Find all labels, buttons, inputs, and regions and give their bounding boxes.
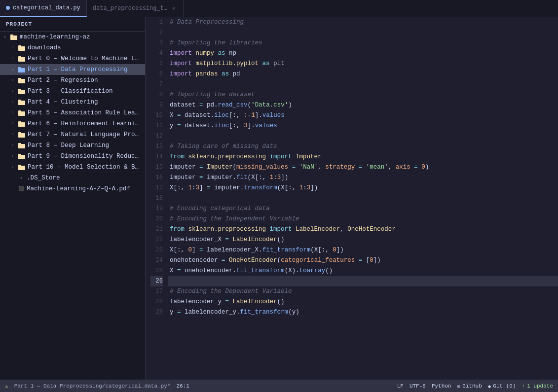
svg-rect-9 — [18, 78, 21, 79]
sidebar-item-downloads[interactable]: › downloads — [0, 42, 145, 53]
line-number: 10 — [150, 110, 163, 121]
sidebar-item-part8[interactable]: › Part 8 – Deep Learning — [0, 140, 145, 151]
folder-icon-p10 — [18, 164, 26, 170]
svg-rect-15 — [18, 110, 21, 112]
code-editor[interactable]: 1234567891011121314151617181920212223242… — [146, 17, 558, 380]
status-lf[interactable]: LF — [397, 383, 404, 389]
code-line: imputer = Imputer(missing_values = 'NaN'… — [168, 162, 558, 173]
folder-icon-p6 — [18, 121, 26, 127]
sidebar-item-part7[interactable]: › Part 7 – Natural Language Processing — [0, 129, 145, 140]
sidebar-label-part10: Part 10 – Model Selection & Boosting — [28, 164, 141, 171]
status-position: 26:1 — [176, 383, 189, 389]
sidebar-item-root[interactable]: ▾ machine-learning-az — [0, 32, 145, 42]
code-line — [168, 193, 558, 204]
svg-rect-18 — [18, 133, 25, 138]
line-number: 11 — [150, 121, 163, 131]
line-number: 23 — [150, 245, 163, 255]
sidebar-item-pdf[interactable]: ⬛ Machine-Learning-A-Z–Q-A.pdf — [0, 183, 145, 194]
sidebar-item-part10[interactable]: › Part 10 – Model Selection & Boosting — [0, 162, 145, 173]
sidebar-item-part9[interactable]: › Part 9 – Dimensionality Reduction — [0, 151, 145, 162]
code-line: from sklearn.preprocessing import Impute… — [168, 152, 558, 162]
sidebar-item-part6[interactable]: › Part 6 – Reinforcement Learning — [0, 118, 145, 129]
code-line: labelencoder_y = LabelEncoder() — [168, 297, 558, 307]
chevron-down-icon: ▾ — [2, 34, 8, 40]
folder-icon-p9 — [18, 153, 26, 159]
sidebar: Project ▾ machine-learning-az › download… — [0, 17, 146, 380]
sidebar-item-part5[interactable]: › Part 5 – Association Rule Learning — [0, 107, 145, 118]
folder-icon-p8 — [18, 143, 26, 148]
line-number: 1 — [150, 17, 163, 28]
svg-rect-11 — [18, 89, 21, 90]
line-number: 16 — [150, 173, 163, 183]
chevron-right-icon-p0: › — [10, 56, 16, 62]
chevron-right-icon-p8: › — [10, 143, 16, 148]
sidebar-item-part2[interactable]: › Part 2 – Regression — [0, 75, 145, 86]
file-plain-icon: ▪ — [18, 175, 25, 181]
code-line: X[:, 0] = labelencoder_X.fit_transform(X… — [168, 245, 558, 255]
file-pdf-icon: ⬛ — [18, 185, 25, 192]
sidebar-label-part3: Part 3 – Classification — [28, 88, 113, 95]
line-number: 17 — [150, 183, 163, 193]
code-line: y = dataset.iloc[:, 3].values — [168, 121, 558, 131]
chevron-right-icon-p7: › — [10, 132, 16, 138]
code-line: y = labelencoder_y.fit_transform(y) — [168, 307, 558, 318]
folder-icon-p3 — [18, 88, 26, 94]
status-utf8[interactable]: UTF-8 — [409, 383, 426, 389]
sidebar-label-pdf: Machine-Learning-A-Z–Q-A.pdf — [27, 185, 130, 192]
status-github[interactable]: ⊙ GitHub — [457, 383, 482, 390]
svg-rect-7 — [18, 67, 21, 69]
chevron-right-icon-p2: › — [10, 77, 16, 83]
tab-bar: categorical_data.py data_preprocessing_t… — [0, 0, 558, 17]
code-line: import pandas as pd — [168, 69, 558, 79]
code-line: # Encoding the Dependent Variable — [168, 286, 558, 297]
sidebar-item-part3[interactable]: › Part 3 – Classification — [0, 86, 145, 97]
sidebar-header: Project — [0, 17, 145, 32]
tab-label-2: data_preprocessing_t… — [93, 5, 167, 12]
code-line: # Importing the libraries — [168, 38, 558, 48]
tab-close-2[interactable]: ✕ — [170, 5, 177, 12]
sidebar-label-part7: Part 7 – Natural Language Processing — [28, 131, 141, 138]
line-number: 8 — [150, 90, 163, 100]
line-number: 14 — [150, 152, 163, 162]
status-language[interactable]: Python — [432, 383, 451, 389]
tab-label-1: categorical_data.py — [13, 4, 80, 11]
tab-preprocessing[interactable]: data_preprocessing_t… ✕ — [87, 0, 184, 17]
status-update[interactable]: ↑ 1 update — [522, 383, 553, 389]
line-number: 22 — [150, 235, 163, 245]
svg-rect-13 — [18, 100, 21, 101]
code-line: imputer = imputer.fit(X[:, 1:3]) — [168, 173, 558, 183]
code-line: # Taking care of missing data — [168, 142, 558, 152]
line-number: 19 — [150, 204, 163, 214]
sidebar-item-part4[interactable]: › Part 4 – Clustering — [0, 97, 145, 107]
sidebar-item-part0[interactable]: › Part 0 – Welcome to Machine Learning A… — [0, 53, 145, 64]
tab-categorical[interactable]: categorical_data.py — [0, 0, 87, 17]
status-left: ⚠ Part 1 – Data Preprocessing/categorica… — [5, 383, 389, 390]
code-line: onehotencoder = OneHotEncoder(categorica… — [168, 255, 558, 266]
svg-rect-22 — [18, 155, 25, 159]
code-line: # Data Preprocessing — [168, 17, 558, 28]
code-area[interactable]: # Data Preprocessing # Importing the lib… — [168, 17, 558, 380]
sidebar-label-root: machine-learning-az — [20, 34, 90, 40]
status-bar: ⚠ Part 1 – Data Preprocessing/categorica… — [0, 380, 558, 392]
status-git[interactable]: ◆ Git (0) — [488, 383, 516, 390]
line-number: 24 — [150, 255, 163, 266]
chevron-right-icon-p5: › — [10, 110, 16, 116]
sidebar-item-part1[interactable]: ▾ Part 1 – Data Preprocessing — [0, 64, 145, 75]
svg-rect-16 — [18, 122, 25, 127]
svg-rect-1 — [10, 35, 13, 36]
line-number: 15 — [150, 162, 163, 173]
code-line: X = dataset.iloc[:, :-1].values — [168, 110, 558, 121]
code-line: # Encoding categorical data — [168, 204, 558, 214]
code-line — [168, 276, 558, 286]
code-line: import numpy as np — [168, 48, 558, 59]
svg-rect-23 — [18, 154, 21, 155]
folder-icon-p4 — [18, 99, 26, 105]
chevron-right-icon-p9: › — [10, 153, 16, 159]
code-line — [168, 131, 558, 142]
sidebar-label-part8: Part 8 – Deep Learning — [28, 142, 109, 149]
sidebar-item-dsstore[interactable]: ▪ .DS_Store — [0, 173, 145, 183]
main-area: Project ▾ machine-learning-az › download… — [0, 17, 558, 380]
code-line: # Encoding the Independent Variable — [168, 214, 558, 224]
chevron-right-icon-p3: › — [10, 88, 16, 94]
sidebar-label-part4: Part 4 – Clustering — [28, 99, 98, 106]
